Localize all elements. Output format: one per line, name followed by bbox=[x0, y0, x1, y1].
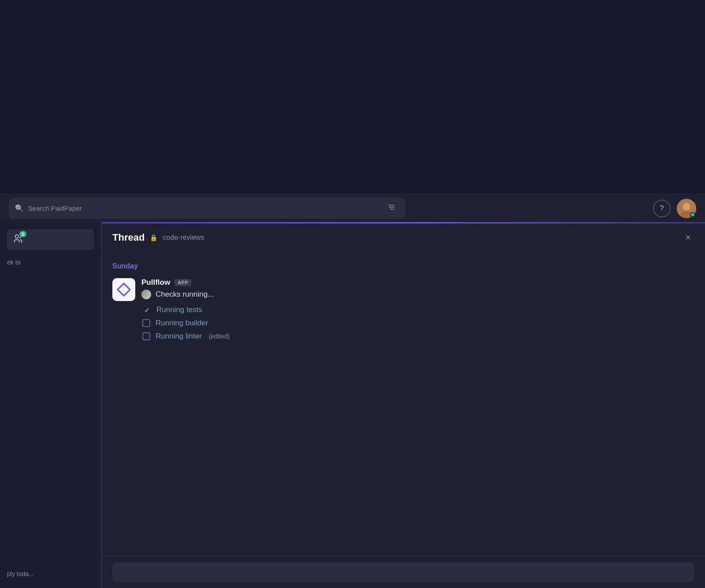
thread-title: Thread bbox=[112, 232, 145, 243]
check-item-3: Running linter (edited) bbox=[141, 332, 694, 341]
checkbox-icon-3 bbox=[142, 332, 150, 340]
online-indicator bbox=[690, 212, 695, 217]
thread-close-button[interactable]: × bbox=[682, 230, 694, 245]
search-icon: 🔍 bbox=[15, 204, 24, 212]
message-row: Pullflow APP Checks running... ✓ Running… bbox=[112, 278, 694, 345]
content-area: 5 ek to ply toda... Thread 🔒 code-review… bbox=[0, 222, 705, 588]
svg-marker-11 bbox=[118, 283, 130, 296]
checkbox-icon-2 bbox=[142, 319, 150, 327]
check-link-2[interactable]: Running builder bbox=[156, 319, 208, 327]
check-link-3[interactable]: Running linter bbox=[156, 332, 202, 341]
svg-point-4 bbox=[389, 207, 390, 208]
app-badge: APP bbox=[174, 279, 191, 286]
sender-name: Pullflow bbox=[141, 278, 170, 287]
checks-status-row: Checks running... bbox=[141, 290, 694, 299]
left-sidebar: 5 ek to ply toda... bbox=[0, 222, 101, 588]
reply-area bbox=[102, 556, 705, 588]
members-icon: 5 bbox=[13, 234, 23, 246]
help-button[interactable]: ? bbox=[653, 200, 671, 217]
filter-icon[interactable] bbox=[384, 201, 399, 215]
svg-point-9 bbox=[683, 204, 690, 210]
check-item-1: ✓ Running tests bbox=[141, 305, 694, 314]
edited-label: (edited) bbox=[209, 333, 230, 340]
thread-channel: code-reviews bbox=[163, 234, 204, 242]
check-item-2: Running builder bbox=[141, 319, 694, 327]
search-bar[interactable]: 🔍 Search PaidPaper bbox=[9, 198, 405, 219]
reply-input[interactable] bbox=[112, 562, 694, 582]
search-bar-row: 🔍 Search PaidPaper ? bbox=[0, 194, 705, 222]
thread-content: Sunday Pullflow APP bbox=[102, 253, 705, 556]
checkmark-icon-1: ✓ bbox=[142, 306, 151, 314]
svg-point-3 bbox=[389, 205, 390, 206]
header-right: ? bbox=[653, 199, 696, 218]
app-avatar bbox=[112, 278, 135, 301]
check-link-1[interactable]: Running tests bbox=[156, 305, 202, 314]
checks-text: Checks running... bbox=[156, 290, 214, 299]
status-circle bbox=[141, 290, 151, 299]
user-avatar-wrap[interactable] bbox=[677, 199, 696, 218]
main-container: 🔍 Search PaidPaper ? bbox=[0, 194, 705, 588]
search-placeholder: Search PaidPaper bbox=[28, 205, 82, 212]
members-button[interactable]: 5 bbox=[7, 229, 94, 250]
thread-header: Thread 🔒 code-reviews × bbox=[102, 222, 705, 253]
sidebar-partial-text-2: ply toda... bbox=[0, 570, 101, 581]
help-icon: ? bbox=[660, 205, 664, 212]
day-label: Sunday bbox=[112, 262, 694, 270]
svg-point-5 bbox=[390, 208, 392, 210]
upper-dark-area bbox=[0, 0, 705, 194]
sender-row: Pullflow APP bbox=[141, 278, 694, 287]
thread-panel: Thread 🔒 code-reviews × Sunday bbox=[101, 222, 705, 588]
members-count-badge: 5 bbox=[19, 231, 26, 237]
sidebar-partial-text-1: ek to bbox=[0, 250, 101, 269]
lock-icon: 🔒 bbox=[150, 234, 157, 241]
message-body: Pullflow APP Checks running... ✓ Running… bbox=[141, 278, 694, 345]
svg-point-10 bbox=[15, 235, 19, 238]
